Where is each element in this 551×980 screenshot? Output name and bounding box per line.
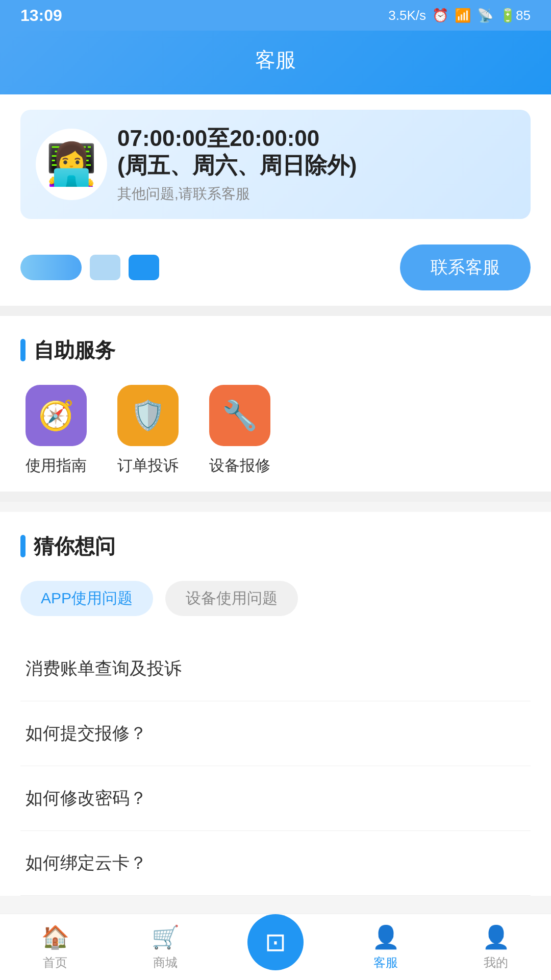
service-item-repair[interactable]: 🔧 设备报修 [209, 385, 270, 476]
service-item-complaint[interactable]: 🛡️ 订单投诉 [117, 385, 179, 476]
complaint-icon-box: 🛡️ [117, 385, 179, 446]
scan-icon: ⊡ [265, 927, 286, 957]
faq-item-2[interactable]: 如何提交报修？ [20, 701, 531, 766]
title-bar-decoration [20, 339, 26, 361]
contact-row: 联系客服 [0, 234, 551, 306]
faq-section: 猜你想问 APP使用问题 设备使用问题 消费账单查询及投诉 如何提交报修？ 如何… [0, 512, 551, 896]
service-days: (周五、周六、周日除外) [117, 152, 357, 179]
contact-dots [20, 255, 159, 280]
center-scan-button[interactable]: ⊡ [247, 914, 304, 970]
complaint-label: 订单投诉 [117, 455, 179, 476]
home-label: 首页 [43, 954, 67, 971]
nav-home[interactable]: 🏠 首页 [0, 924, 110, 971]
service-subtitle: 其他问题,请联系客服 [117, 184, 357, 204]
status-time: 13:09 [20, 6, 62, 25]
home-icon: 🏠 [41, 924, 69, 950]
service-item-guide[interactable]: 🧭 使用指南 [26, 385, 87, 476]
nav-center[interactable]: ⊡ [220, 914, 331, 981]
guide-label: 使用指南 [26, 455, 87, 476]
faq-item-4[interactable]: 如何绑定云卡？ [20, 831, 531, 896]
dot-medium [90, 255, 120, 280]
mine-icon: 👤 [482, 924, 510, 950]
faq-tabs: APP使用问题 设备使用问题 [20, 581, 531, 616]
faq-title-label: 猜你想问 [34, 532, 115, 560]
header: 客服 [0, 31, 551, 94]
divider-1 [0, 306, 551, 316]
faq-title-row: 猜你想问 [20, 532, 531, 560]
bottom-nav: 🏠 首页 🛒 商城 ⊡ 👤 客服 👤 我的 [0, 914, 551, 980]
guide-icon-box: 🧭 [26, 385, 87, 446]
repair-label: 设备报修 [209, 455, 270, 476]
alarm-icon: ⏰ [432, 8, 448, 23]
shield-icon: 🛡️ [130, 399, 166, 432]
faq-item-1[interactable]: 消费账单查询及投诉 [20, 636, 531, 701]
contact-service-button[interactable]: 联系客服 [400, 244, 531, 290]
wifi-icon: 📡 [477, 8, 493, 23]
service-nav-label: 客服 [373, 954, 398, 971]
support-icon: 👩‍💻 [46, 140, 97, 188]
faq-list: 消费账单查询及投诉 如何提交报修？ 如何修改密码？ 如何绑定云卡？ [20, 636, 531, 896]
faq-tab-app[interactable]: APP使用问题 [20, 581, 153, 616]
speed-indicator: 3.5K/s [388, 8, 426, 23]
banner-section: 👩‍💻 07:00:00至20:00:00 (周五、周六、周日除外) 其他问题,… [0, 94, 551, 234]
page-title: 客服 [0, 46, 551, 74]
status-icons: 3.5K/s ⏰ 📶 📡 🔋85 [388, 8, 531, 23]
service-hours: 07:00:00至20:00:00 [117, 125, 357, 152]
faq-tab-device[interactable]: 设备使用问题 [165, 581, 298, 616]
signal-icon: 📶 [455, 8, 471, 23]
faq-item-3[interactable]: 如何修改密码？ [20, 766, 531, 831]
compass-icon: 🧭 [38, 399, 74, 432]
self-service-section: 自助服务 🧭 使用指南 🛡️ 订单投诉 🔧 设备报修 [0, 316, 551, 492]
banner-card: 👩‍💻 07:00:00至20:00:00 (周五、周六、周日除外) 其他问题,… [20, 110, 531, 219]
dot-large [20, 255, 82, 280]
battery-icon: 🔋85 [499, 8, 531, 23]
banner-avatar: 👩‍💻 [36, 129, 107, 200]
shop-label: 商城 [153, 954, 178, 971]
banner-text: 07:00:00至20:00:00 (周五、周六、周日除外) 其他问题,请联系客… [117, 125, 357, 204]
faq-title-bar [20, 535, 26, 557]
nav-mine[interactable]: 👤 我的 [441, 924, 551, 971]
self-service-title: 自助服务 [20, 336, 531, 364]
divider-2 [0, 492, 551, 502]
nav-shop[interactable]: 🛒 商城 [110, 924, 220, 971]
dot-small [129, 255, 159, 280]
service-icons-row: 🧭 使用指南 🛡️ 订单投诉 🔧 设备报修 [20, 385, 531, 476]
nav-service[interactable]: 👤 客服 [331, 924, 441, 971]
repair-icon-box: 🔧 [209, 385, 270, 446]
shop-icon: 🛒 [152, 924, 180, 950]
status-bar: 13:09 3.5K/s ⏰ 📶 📡 🔋85 [0, 0, 551, 31]
self-service-label: 自助服务 [34, 336, 115, 364]
wrench-icon: 🔧 [222, 399, 258, 432]
service-nav-icon: 👤 [372, 924, 400, 950]
mine-label: 我的 [484, 954, 508, 971]
